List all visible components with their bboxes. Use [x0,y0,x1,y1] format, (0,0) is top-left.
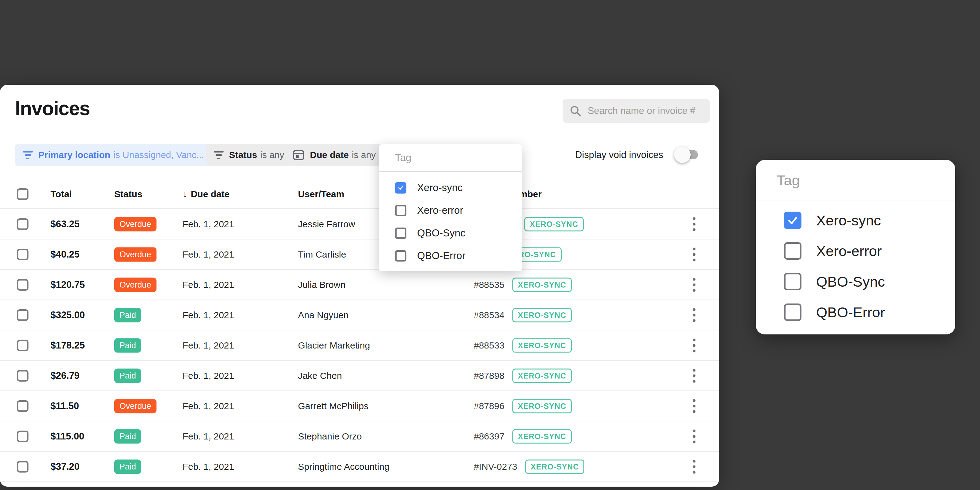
tag-option-list: Xero-sync Xero-error QBO-Sync QBO-Error [379,172,522,267]
invoice-user: Jake Chen [298,371,342,381]
kebab-menu-button[interactable] [693,460,696,474]
tag-option-checkbox[interactable] [395,205,406,216]
invoice-number: #INV-0273 [474,461,517,472]
invoice-due-date: Feb. 1, 2021 [183,249,234,260]
invoice-total: $37.20 [51,461,80,472]
row-checkbox[interactable] [17,370,29,382]
invoice-user: Ana Ngyuen [298,310,348,320]
tag-option-checkbox[interactable] [784,242,802,260]
invoice-total: $120.75 [51,279,85,290]
status-badge: Overdue [114,247,156,261]
toggle-knob [674,146,690,163]
row-checkbox[interactable] [17,279,29,291]
filter-name: Due date [310,150,349,160]
tag-option-checkbox[interactable] [395,250,406,261]
filter-icon [214,151,224,159]
tag-option-checkbox[interactable] [395,228,406,239]
filter-name: Status [229,150,257,160]
row-checkbox[interactable] [17,249,29,260]
tag-option[interactable]: QBO-Sync [756,266,955,297]
invoice-due-date: Feb. 1, 2021 [183,280,234,290]
invoice-user: Springtime Accounting [298,461,390,472]
tag-option-label: Xero-sync [816,212,881,229]
invoice-number: #87898 [474,371,504,381]
row-checkbox[interactable] [17,431,29,442]
search-box [563,99,710,123]
filter-chip-due-date[interactable]: Due date is any [285,144,384,166]
tag-option-label: QBO-Sync [816,273,885,290]
tag-option-checkbox[interactable] [784,304,802,321]
status-badge: Paid [114,308,141,322]
tag-dropdown-label: Tag [379,144,522,172]
row-checkbox[interactable] [17,218,29,230]
column-header-due-date-label: Due date [191,189,230,199]
tag-option-label: QBO-Error [816,304,885,321]
invoice-number: #86397 [474,431,504,442]
filter-icon [23,151,33,159]
filter-condition: is any [260,150,284,160]
tag-option[interactable]: QBO-Error [756,297,955,328]
invoices-card: Invoices Primary location is Unassigned,… [0,85,719,487]
invoice-total: $11.50 [51,401,79,412]
kebab-menu-button[interactable] [693,278,696,291]
tag-option-checkbox[interactable] [784,273,802,290]
invoice-total: $26.79 [51,370,80,381]
invoice-total: $325.00 [51,310,85,321]
xero-sync-tag: XERO-SYNC [512,429,572,444]
row-checkbox[interactable] [17,461,29,473]
row-checkbox[interactable] [17,400,29,412]
invoice-user: Tim Carlisle [298,249,346,260]
kebab-menu-button[interactable] [693,399,696,413]
xero-sync-tag: XERO-SYNC [525,460,585,474]
invoice-number: #88534 [474,310,504,320]
kebab-menu-button[interactable] [693,217,696,231]
select-all-checkbox[interactable] [17,188,29,200]
tag-option[interactable]: QBO-Sync [379,222,522,244]
filter-name: Primary location [38,150,110,160]
check-icon [787,215,799,226]
column-header-status: Status [114,189,142,199]
tag-option[interactable]: Xero-error [379,199,522,222]
search-input[interactable] [588,105,703,116]
kebab-menu-button[interactable] [693,308,696,322]
invoice-total: $178.25 [51,340,85,351]
tag-option[interactable]: Xero-sync [379,177,522,199]
invoice-due-date: Feb. 1, 2021 [183,401,234,411]
table-header: Total Status ↓Due date User/Team Invoice… [0,180,719,208]
kebab-menu-button[interactable] [693,430,696,443]
tag-option-checkbox[interactable] [395,182,406,194]
tag-filter-dropdown-zoomed: Tag Xero-sync Xero-error QBO-Sync [756,160,955,334]
column-header-due-date[interactable]: ↓Due date [183,189,230,199]
table-row: $115.00 Paid Feb. 1, 2021 Stephanie Orzo… [0,422,719,452]
display-void-label: Display void invoices [575,144,663,166]
row-checkbox[interactable] [17,340,29,351]
status-badge: Overdue [114,399,156,413]
table-row: $120.75 Overdue Feb. 1, 2021 Julia Brown… [0,270,719,300]
tag-option-label: Xero-sync [417,182,463,194]
tag-option-label: QBO-Error [417,250,466,261]
tag-filter-dropdown: Tag Xero-sync Xero-error QBO-Sync [379,144,522,271]
invoice-total: $63.25 [51,219,80,230]
filter-chip-status[interactable]: Status is any [206,144,292,166]
display-void-toggle[interactable] [676,150,698,159]
filter-chip-primary-location[interactable]: Primary location is Unassigned, Vanc... [15,144,212,166]
tag-option-label: Xero-error [816,243,882,259]
kebab-menu-button[interactable] [693,247,696,261]
tag-option-label: QBO-Sync [417,227,466,239]
kebab-menu-button[interactable] [693,369,696,382]
tag-dropdown-label: Tag [756,160,955,201]
xero-sync-tag: XERO-SYNC [512,308,572,322]
kebab-menu-button[interactable] [693,339,696,352]
tag-option[interactable]: Xero-error [756,235,955,266]
tag-option[interactable]: QBO-Error [379,244,522,267]
tag-option-checkbox[interactable] [784,212,802,229]
invoice-due-date: Feb. 1, 2021 [183,340,234,351]
tag-option-label: Xero-error [417,205,463,216]
invoice-user: Stephanie Orzo [298,431,362,442]
tag-option[interactable]: Xero-sync [756,205,955,235]
filter-condition: is Unassigned, Vanc... [113,150,204,160]
table-row: $178.25 Paid Feb. 1, 2021 Glacier Market… [0,331,719,361]
row-checkbox[interactable] [17,309,29,321]
xero-sync-tag: XERO-SYNC [524,217,584,231]
status-badge: Paid [114,368,141,383]
